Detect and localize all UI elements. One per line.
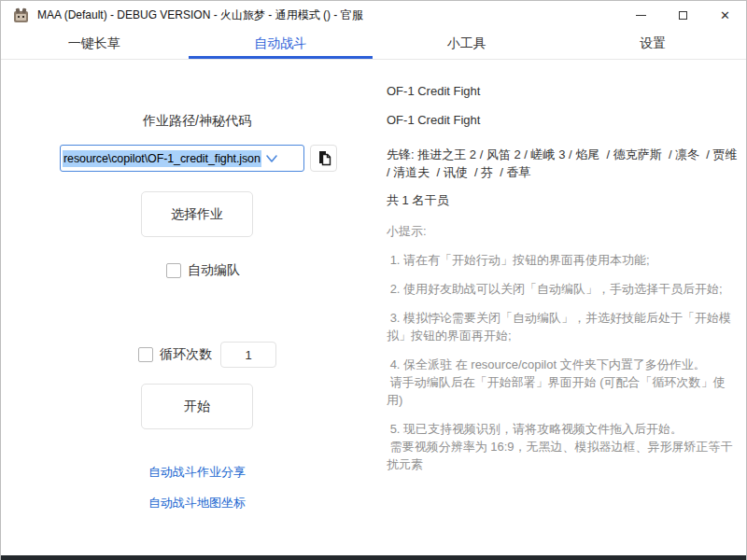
copy-path-button[interactable] [310, 145, 337, 172]
close-icon: ✕ [720, 9, 730, 21]
job-path-row: resource\copilot\OF-1_credit_fight.json [60, 145, 337, 172]
loop-times-row: 循环次数 [138, 342, 276, 368]
start-button[interactable]: 开始 [141, 384, 253, 429]
loop-count-input[interactable] [220, 342, 276, 368]
copy-icon [317, 150, 331, 166]
tab-farming[interactable]: 一键长草 [1, 29, 188, 59]
tip-5: 5. 现已支持视频识别，请将攻略视频文件拖入后开始。 需要视频分辨率为 16:9… [387, 420, 740, 473]
job-path-combobox[interactable]: resource\copilot\OF-1_credit_fight.json [60, 145, 304, 172]
minimize-icon [636, 15, 646, 16]
operator-count: 共 1 名干员 [387, 192, 740, 209]
copilot-map-link[interactable]: 自动战斗地图坐标 [1, 495, 393, 511]
window-title: MAA (Default) - DEBUG VERSION - 火山旅梦 - 通… [37, 7, 363, 23]
tip-3: 3. 模拟悖论需要关闭「自动编队」，并选好技能后处于「开始模拟」按钮的界面再开始… [387, 309, 740, 344]
job-path-label: 作业路径/神秘代码 [1, 113, 393, 130]
maximize-icon [679, 11, 687, 20]
job-subtitle: OF-1 Credit Fight [387, 112, 740, 129]
close-button[interactable]: ✕ [704, 1, 746, 29]
app-logo-icon [13, 7, 29, 23]
select-job-button[interactable]: 选择作业 [141, 191, 253, 237]
tip-1: 1. 请在有「开始行动」按钮的界面再使用本功能; [387, 251, 740, 269]
job-title: OF-1 Credit Fight [387, 83, 740, 100]
maximize-button[interactable] [662, 1, 704, 29]
operator-list: 先锋: 推进之王 2 / 风笛 2 / 嵯峨 3 / 焰尾 / 德克萨斯 / 凛… [387, 146, 740, 181]
copilot-share-link[interactable]: 自动战斗作业分享 [1, 464, 393, 481]
minimize-button[interactable] [620, 1, 662, 29]
loop-times-label: 循环次数 [160, 346, 212, 363]
tips-title: 小提示: [387, 223, 740, 240]
auto-squad-row: 自动编队 [166, 262, 240, 279]
tip-2: 2. 使用好友助战可以关闭「自动编队」，手动选择干员后开始; [387, 280, 740, 298]
window-bottom-edge [1, 555, 746, 560]
tab-auto-battle[interactable]: 自动战斗 [188, 29, 374, 59]
job-info-panel: OF-1 Credit Fight OF-1 Credit Fight 先锋: … [387, 83, 740, 473]
tab-tools[interactable]: 小工具 [374, 29, 560, 59]
job-path-value: resource\copilot\OF-1_credit_fight.json [63, 150, 261, 167]
auto-squad-label: 自动编队 [188, 262, 240, 279]
auto-squad-checkbox[interactable] [166, 263, 181, 278]
tab-bar: 一键长草 自动战斗 小工具 设置 [1, 29, 746, 60]
chevron-down-icon[interactable] [265, 154, 278, 163]
loop-times-checkbox[interactable] [138, 347, 153, 362]
tip-4: 4. 保全派驻 在 resource/copilot 文件夹下内置了多份作业。 … [387, 356, 740, 409]
tab-settings[interactable]: 设置 [560, 29, 747, 59]
main-content: 作业路径/神秘代码 resource\copilot\OF-1_credit_f… [1, 61, 746, 555]
title-bar: MAA (Default) - DEBUG VERSION - 火山旅梦 - 通… [1, 1, 746, 29]
